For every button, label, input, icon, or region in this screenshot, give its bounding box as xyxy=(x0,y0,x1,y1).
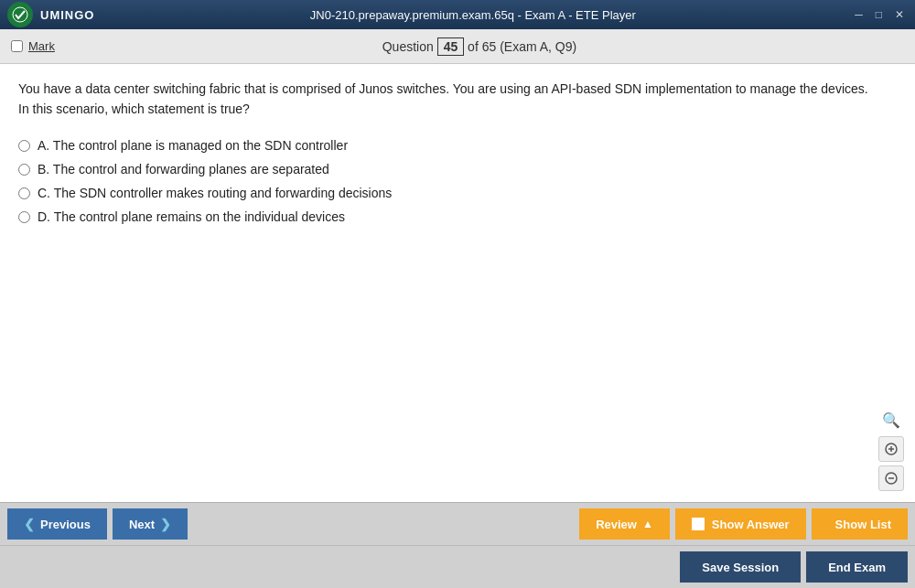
save-session-label: Save Session xyxy=(702,561,779,574)
close-button[interactable]: ✕ xyxy=(891,8,908,21)
save-session-button[interactable]: Save Session xyxy=(680,551,801,583)
previous-button[interactable]: ❮ Previous xyxy=(7,508,107,540)
zoom-controls: 🔍 xyxy=(878,407,904,491)
toolbar: Mark Question 45 of 65 (Exam A, Q9) xyxy=(0,29,915,64)
option-c-label: C. The SDN controller makes routing and … xyxy=(38,186,392,200)
next-arrow-icon: ❯ xyxy=(160,517,171,531)
options-list: A. The control plane is managed on the S… xyxy=(18,138,897,224)
option-b: B. The control and forwarding planes are… xyxy=(18,162,897,176)
window-title: JN0-210.prepaway.premium.exam.65q - Exam… xyxy=(310,8,636,22)
end-exam-button[interactable]: End Exam xyxy=(806,551,908,583)
option-a: A. The control plane is managed on the S… xyxy=(18,138,897,153)
question-number: 45 xyxy=(437,37,465,56)
option-c-radio[interactable] xyxy=(18,187,30,199)
option-d: D. The control plane remains on the indi… xyxy=(18,209,897,224)
maximize-button[interactable]: □ xyxy=(872,8,886,21)
svg-point-0 xyxy=(13,7,27,22)
logo-icon xyxy=(7,2,33,27)
question-text-line1: You have a data center switching fabric … xyxy=(18,81,868,96)
question-total: of 65 (Exam A, Q9) xyxy=(468,39,576,54)
option-a-label: A. The control plane is managed on the S… xyxy=(38,138,348,153)
previous-arrow-icon: ❮ xyxy=(24,517,35,531)
question-text: You have a data center switching fabric … xyxy=(18,79,897,120)
title-bar: UMINGO JN0-210.prepaway.premium.exam.65q… xyxy=(0,0,915,29)
option-b-label: B. The control and forwarding planes are… xyxy=(38,162,329,176)
show-list-label: Show List xyxy=(835,518,891,531)
logo-text: UMINGO xyxy=(40,8,94,22)
zoom-out-button[interactable] xyxy=(878,465,904,491)
mark-checkbox-container: Mark xyxy=(11,39,55,53)
next-label: Next xyxy=(129,518,155,531)
show-answer-label: Show Answer xyxy=(712,518,790,531)
window-controls[interactable]: ─ □ ✕ xyxy=(851,8,908,21)
bottom-action-bar: Save Session End Exam xyxy=(0,545,915,588)
search-icon[interactable]: 🔍 xyxy=(878,407,904,433)
option-b-radio[interactable] xyxy=(18,164,30,176)
review-dropdown-icon: ▲ xyxy=(642,518,653,530)
title-bar-left: UMINGO xyxy=(7,2,94,27)
mark-label[interactable]: Mark xyxy=(28,39,55,53)
previous-label: Previous xyxy=(40,518,91,531)
question-text-line2: In this scenario, which statement is tru… xyxy=(18,102,250,116)
option-c: C. The SDN controller makes routing and … xyxy=(18,186,897,200)
minimize-button[interactable]: ─ xyxy=(851,8,867,21)
show-answer-button[interactable]: Show Answer xyxy=(675,508,806,540)
zoom-in-button[interactable] xyxy=(878,436,904,462)
option-d-radio[interactable] xyxy=(18,211,30,223)
mark-checkbox[interactable] xyxy=(11,40,23,52)
review-button[interactable]: Review ▲ xyxy=(579,508,670,540)
content-area: You have a data center switching fabric … xyxy=(0,64,915,502)
end-exam-label: End Exam xyxy=(828,561,886,574)
bottom-nav-bar: ❮ Previous Next ❯ Review ▲ Show Answer S… xyxy=(0,502,915,545)
next-button[interactable]: Next ❯ xyxy=(113,508,188,540)
question-info: Question 45 of 65 (Exam A, Q9) xyxy=(55,37,904,56)
option-d-label: D. The control plane remains on the indi… xyxy=(38,209,345,224)
show-list-button[interactable]: Show List xyxy=(812,508,908,540)
show-answer-icon xyxy=(692,518,705,530)
option-a-radio[interactable] xyxy=(18,140,30,152)
question-label: Question xyxy=(382,39,434,54)
review-label: Review xyxy=(596,518,637,531)
